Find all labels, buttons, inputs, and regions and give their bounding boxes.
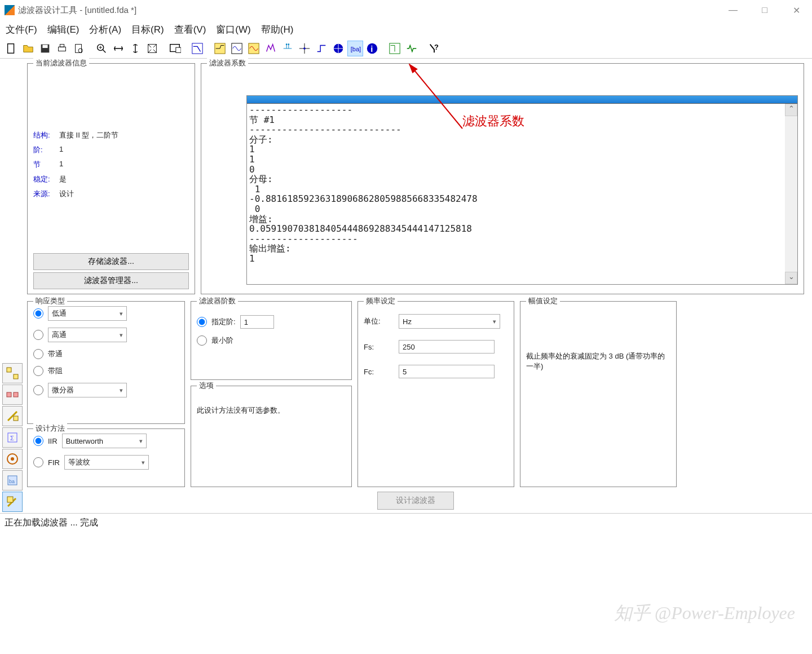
min-order-radio[interactable] bbox=[197, 335, 207, 346]
sos-icon[interactable] bbox=[297, 41, 312, 56]
svg-rect-4 bbox=[60, 44, 64, 47]
minimize-button[interactable]: — bbox=[717, 0, 749, 20]
order-input[interactable]: 1 bbox=[240, 315, 274, 329]
scrollbar[interactable]: ⌃ ⌄ bbox=[785, 104, 797, 284]
lt-design-icon[interactable] bbox=[2, 492, 23, 512]
bandstop-radio[interactable] bbox=[33, 366, 43, 376]
menu-view[interactable]: 查看(V) bbox=[174, 23, 206, 36]
lowpass-combo[interactable]: 低通 bbox=[48, 306, 127, 321]
svg-rect-13 bbox=[176, 47, 181, 52]
scroll-down-icon[interactable]: ⌄ bbox=[785, 272, 797, 284]
svg-rect-32 bbox=[7, 368, 11, 372]
iir-radio[interactable] bbox=[33, 436, 43, 446]
bandpass-radio[interactable] bbox=[33, 349, 43, 359]
struct-label: 结构: bbox=[33, 130, 59, 140]
new-file-icon[interactable] bbox=[3, 41, 19, 56]
lt-export-icon[interactable]: ba bbox=[2, 470, 23, 490]
menu-window[interactable]: 窗口(W) bbox=[216, 23, 250, 36]
svg-line-8 bbox=[103, 49, 106, 52]
scope-icon[interactable] bbox=[167, 41, 183, 56]
save-icon[interactable] bbox=[37, 41, 53, 56]
stable-label: 稳定: bbox=[33, 174, 59, 184]
store-filter-button[interactable]: 存储滤波器... bbox=[33, 253, 189, 270]
lowpass-radio[interactable] bbox=[33, 308, 43, 319]
highpass-radio[interactable] bbox=[33, 330, 43, 340]
zoom-in-icon[interactable] bbox=[94, 41, 109, 56]
fc-label: Fc: bbox=[364, 368, 391, 376]
svg-rect-36 bbox=[14, 416, 18, 421]
sect-label: 节 bbox=[33, 160, 59, 170]
unit-combo[interactable]: Hz bbox=[399, 314, 500, 329]
fs-input[interactable]: 250 bbox=[399, 340, 495, 353]
diff-radio[interactable] bbox=[33, 385, 43, 395]
menu-target[interactable]: 目标(R) bbox=[131, 23, 164, 36]
magnitude-icon[interactable] bbox=[189, 41, 205, 56]
fir-radio[interactable] bbox=[33, 457, 43, 467]
lt-spec-icon[interactable] bbox=[2, 363, 23, 383]
order-value: 1 bbox=[59, 145, 63, 155]
print-icon[interactable] bbox=[54, 41, 70, 56]
zoom-full-icon[interactable] bbox=[144, 41, 160, 56]
specify-order-radio[interactable] bbox=[197, 317, 207, 327]
svg-point-23 bbox=[303, 47, 306, 50]
menu-file[interactable]: 文件(F) bbox=[6, 23, 37, 36]
options-panel: 选项 此设计方法没有可选参数。 bbox=[191, 386, 352, 487]
mag-message: 截止频率处的衰减固定为 3 dB (通带功率的一半) bbox=[526, 351, 670, 372]
lt-quantize-icon[interactable]: Σ bbox=[2, 427, 23, 448]
print-preview-icon[interactable] bbox=[71, 41, 87, 56]
matlab-icon bbox=[5, 5, 15, 15]
fir-method-combo[interactable]: 等波纹 bbox=[64, 455, 149, 470]
iir-method-combo[interactable]: Butterworth bbox=[62, 434, 147, 448]
source-value: 设计 bbox=[59, 189, 74, 199]
diff-combo[interactable]: 微分器 bbox=[48, 383, 127, 397]
filter-manager-button[interactable]: 滤波器管理器... bbox=[33, 272, 189, 289]
menu-analyze[interactable]: 分析(A) bbox=[89, 23, 121, 36]
step-icon[interactable] bbox=[246, 41, 262, 56]
coefficients-panel: 滤波器系数 ------------------- 节 #1 ---------… bbox=[201, 63, 804, 294]
watermark: 知乎 @Power-Employee bbox=[614, 601, 795, 626]
lt-import-icon[interactable] bbox=[2, 449, 23, 469]
zoom-y-icon[interactable] bbox=[127, 41, 143, 56]
left-toolbar: Σ ba bbox=[0, 59, 25, 513]
lt-multirate-icon[interactable] bbox=[2, 385, 23, 405]
coefficients-icon[interactable]: [ba] bbox=[347, 41, 363, 56]
open-folder-icon[interactable] bbox=[20, 41, 36, 56]
svg-rect-2 bbox=[42, 45, 47, 48]
menu-edit[interactable]: 编辑(E) bbox=[47, 23, 80, 36]
filter-opt-icon[interactable] bbox=[387, 41, 403, 56]
fc-input[interactable]: 5 bbox=[399, 365, 495, 378]
impulse-icon[interactable] bbox=[229, 41, 245, 56]
coeff-display-header bbox=[247, 96, 797, 104]
close-button[interactable]: ✕ bbox=[780, 0, 812, 20]
iir-label: IIR bbox=[48, 437, 58, 445]
design-title: 设计方法 bbox=[33, 423, 67, 434]
phase-icon[interactable] bbox=[212, 41, 228, 56]
design-method-panel: 设计方法 IIRButterworth FIR等波纹 bbox=[27, 428, 185, 487]
status-text: 正在加载滤波器 ... 完成 bbox=[5, 517, 98, 529]
model-sig-icon[interactable] bbox=[404, 41, 420, 56]
maximize-button[interactable]: □ bbox=[749, 0, 780, 20]
pole-zero-icon[interactable] bbox=[263, 41, 279, 56]
lt-transform-icon[interactable] bbox=[2, 406, 23, 426]
whats-this-icon[interactable]: ? bbox=[426, 41, 442, 56]
scroll-up-icon[interactable]: ⌃ bbox=[785, 104, 797, 116]
source-label: 来源: bbox=[33, 189, 59, 199]
info-icon[interactable]: i bbox=[364, 41, 380, 56]
svg-rect-14 bbox=[192, 43, 202, 53]
svg-point-6 bbox=[78, 48, 82, 52]
highpass-combo[interactable]: 高通 bbox=[48, 328, 127, 342]
response-type-panel: 响应类型 低通 高通 带通 带阻 微分器 bbox=[27, 301, 185, 424]
group-delay-icon[interactable] bbox=[280, 41, 295, 56]
annotation-text: 滤波器系数 bbox=[462, 113, 524, 130]
zoom-fit-icon[interactable] bbox=[111, 41, 126, 56]
filter-info-panel: 当前滤波器信息 结构:直接 II 型，二阶节 阶:1 节1 稳定:是 来源:设计… bbox=[27, 63, 195, 294]
roundoff-icon[interactable] bbox=[314, 41, 329, 56]
svg-rect-33 bbox=[14, 374, 18, 379]
struct-value: 直接 II 型，二阶节 bbox=[59, 130, 118, 140]
design-filter-button[interactable]: 设计滤波器 bbox=[377, 492, 454, 510]
svg-point-40 bbox=[11, 457, 14, 461]
menu-help[interactable]: 帮助(H) bbox=[261, 23, 294, 36]
target-icon[interactable] bbox=[330, 41, 346, 56]
menubar: 文件(F) 编辑(E) 分析(A) 目标(R) 查看(V) 窗口(W) 帮助(H… bbox=[0, 20, 812, 38]
coeff-text[interactable]: ------------------- 节 #1 ---------------… bbox=[247, 104, 785, 284]
